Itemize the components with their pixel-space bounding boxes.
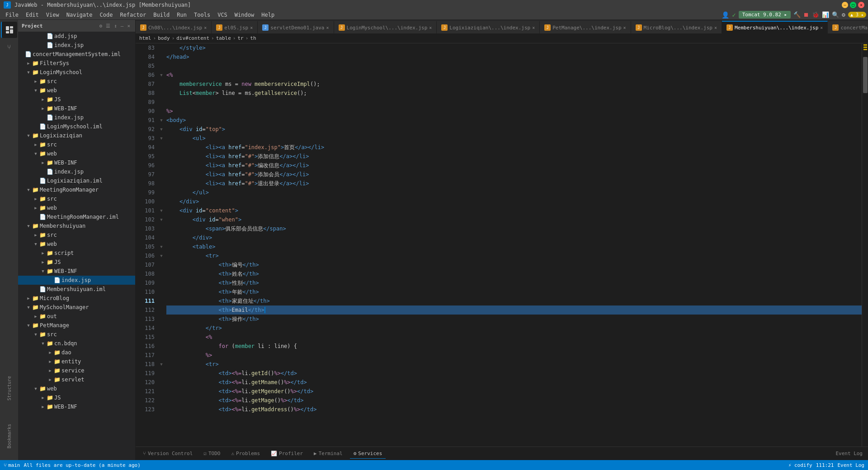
tree-lms-web[interactable]: ▼ 📁 web: [18, 86, 135, 95]
stop-icon[interactable]: ⏹: [803, 11, 809, 18]
tree-logix[interactable]: ▼ 📁 Logixiaziqian: [18, 131, 135, 140]
tab-version-control[interactable]: ⑂ Version Control: [139, 449, 196, 458]
minimize-button[interactable]: –: [842, 2, 848, 8]
tab-el05[interactable]: J el05.jsp ×: [212, 21, 258, 33]
event-log-button[interactable]: Event Log: [834, 451, 864, 456]
tree-index-jsp[interactable]: 📄 index.jsp: [18, 41, 135, 50]
bc-divcontent[interactable]: div#content: [176, 35, 209, 41]
tree-concert-iml[interactable]: 📄 concertManagementSystem.iml: [18, 50, 135, 59]
tree-logix-iml[interactable]: 📄 Logixiaziqian.iml: [18, 176, 135, 185]
tree-lms-iml[interactable]: 📄 LoginMyschool.iml: [18, 122, 135, 131]
activity-project[interactable]: [1, 22, 17, 38]
panel-list-icon[interactable]: ☰: [104, 23, 112, 29]
tree-pet-servlet[interactable]: ▶ 📁 servlet: [18, 375, 135, 384]
panel-close-icon[interactable]: ×: [126, 23, 132, 29]
tree-meeting-iml[interactable]: 📄 MeetingRoomManager.iml: [18, 212, 135, 221]
menu-code[interactable]: Code: [96, 11, 117, 19]
tree-logix-src[interactable]: ▶ 📁 src: [18, 140, 135, 149]
tree-member-web[interactable]: ▼ 📁 web: [18, 240, 135, 249]
fold-105[interactable]: ▼: [158, 242, 165, 251]
settings-icon[interactable]: ⚙: [842, 11, 845, 18]
tree-meeting[interactable]: ▼ 📁 MeetingRoomManager: [18, 185, 135, 194]
tab-concert[interactable]: J concertMana... ×: [828, 21, 868, 33]
fold-91[interactable]: ▼: [158, 116, 165, 125]
fold-93[interactable]: ▼: [158, 134, 165, 143]
event-log-status[interactable]: Event Log: [837, 462, 864, 468]
run-check-icon[interactable]: ✓: [732, 11, 736, 19]
tab-close-logix[interactable]: ×: [532, 25, 535, 30]
tree-member[interactable]: ▼ 📁 Membershuiyuan: [18, 221, 135, 230]
tree-member-iml[interactable]: 📄 Membershuiyuan.iml: [18, 285, 135, 294]
tab-loginmy[interactable]: J LoginMyschool\...\index.jsp ×: [334, 21, 437, 33]
tree-pet-js[interactable]: ▶ 📁 JS: [18, 393, 135, 402]
tree-pet-cn[interactable]: ▼ 📁 cn.bdqn: [18, 339, 135, 348]
tree-pet-src[interactable]: ▼ 📁 src: [18, 330, 135, 339]
bc-th[interactable]: th: [250, 35, 256, 41]
activity-vcs[interactable]: ⑂: [1, 39, 17, 55]
tree-microblog[interactable]: ▶ 📁 MicroBlog: [18, 294, 135, 303]
tree-add-jsp[interactable]: 📄 add.jsp: [18, 32, 135, 41]
coverage-icon[interactable]: 📊: [822, 11, 829, 18]
structure-label[interactable]: Structure: [7, 374, 12, 402]
tab-problems[interactable]: ⚠ Problems: [227, 449, 264, 458]
tree-member-js[interactable]: ▶ 📁 JS: [18, 258, 135, 267]
minimap-scrollbar[interactable]: [862, 43, 868, 446]
tree-pet-webinf[interactable]: ▶ 📁 WEB-INF: [18, 402, 135, 411]
menu-window[interactable]: Window: [231, 11, 258, 19]
debug-icon[interactable]: 🐞: [812, 11, 819, 18]
tree-logix-web[interactable]: ▼ 📁 web: [18, 149, 135, 158]
tab-todo[interactable]: ☑ TODO: [200, 449, 224, 458]
tree-pet-dao[interactable]: ▶ 📁 dao: [18, 348, 135, 357]
tree-lms-webinf[interactable]: ▶ 📁 WEB-INF: [18, 104, 135, 113]
menu-vcs[interactable]: VCS: [214, 11, 231, 19]
tab-close-loginmy[interactable]: ×: [429, 25, 432, 30]
tab-terminal[interactable]: ▶ Terminal: [310, 449, 346, 458]
git-branch[interactable]: ⑂ main: [4, 462, 20, 468]
tree-member-index[interactable]: 📄 index.jsp: [18, 276, 135, 285]
tree-pet-web[interactable]: ▼ 📁 web: [18, 384, 135, 393]
tree-lms-src[interactable]: ▶ 📁 src: [18, 77, 135, 86]
user-icon[interactable]: 👤: [722, 11, 729, 19]
tab-ch08[interactable]: J Ch08\...\index.jsp ×: [136, 21, 212, 33]
codify-button[interactable]: ⚡ codify: [788, 462, 812, 468]
code-area[interactable]: </style> </head> <% memberservice ms = n…: [165, 43, 862, 446]
tree-myschool-out[interactable]: ▶ 📁 out: [18, 312, 135, 321]
tab-close-member[interactable]: ×: [820, 25, 823, 30]
tree-pet-service[interactable]: ▶ 📁 service: [18, 366, 135, 375]
fold-101[interactable]: ▼: [158, 206, 165, 215]
bookmarks-label[interactable]: Bookmarks: [7, 422, 12, 450]
tree-loginmyschool[interactable]: ▼ 📁 LoginMyschool: [18, 68, 135, 77]
tree-myschool[interactable]: ▼ 📁 MySchoolManager: [18, 303, 135, 312]
tab-petmanage[interactable]: J PetManage\...\index.jsp ×: [540, 21, 631, 33]
menu-build[interactable]: Build: [150, 11, 173, 19]
panel-sort-icon[interactable]: ↕: [113, 23, 118, 29]
tab-servlet[interactable]: J servletDemo01.java ×: [258, 21, 334, 33]
fold-118[interactable]: ▼: [158, 360, 165, 369]
tree-lms-js[interactable]: ▶ 📁 JS: [18, 95, 135, 104]
tree-pet-entity[interactable]: ▶ 📁 entity: [18, 357, 135, 366]
menu-file[interactable]: File: [2, 11, 22, 19]
menu-tools[interactable]: Tools: [190, 11, 214, 19]
tree-member-src[interactable]: ▶ 📁 src: [18, 230, 135, 240]
fold-86[interactable]: ▼: [158, 70, 165, 80]
menu-view[interactable]: View: [42, 11, 63, 19]
bc-table[interactable]: table: [216, 35, 231, 41]
tab-close-el05[interactable]: ×: [250, 25, 253, 30]
fold-92[interactable]: ▼: [158, 125, 165, 134]
scroll-thumb[interactable]: [863, 57, 868, 93]
menu-refactor[interactable]: Refactor: [116, 11, 150, 19]
tree-filtersys[interactable]: ▶ 📁 FilterSys: [18, 59, 135, 68]
tab-close-ch08[interactable]: ×: [204, 25, 207, 30]
fold-106[interactable]: ▼: [158, 251, 165, 260]
menu-edit[interactable]: Edit: [22, 11, 42, 19]
tab-profiler[interactable]: 📈 Profiler: [267, 449, 307, 458]
menu-run[interactable]: Run: [173, 11, 190, 19]
tree-logix-index[interactable]: 📄 index.jsp: [18, 167, 135, 176]
tree-lms-index[interactable]: 📄 index.jsp: [18, 113, 135, 122]
tree-member-webinf[interactable]: ▼ 📁 WEB-INF: [18, 267, 135, 276]
tab-close-petmanage[interactable]: ×: [623, 25, 626, 30]
bc-html[interactable]: html: [139, 35, 151, 41]
tab-microblog[interactable]: J MicroBlog\...\index.jsp ×: [631, 21, 722, 33]
tree-meeting-web[interactable]: ▶ 📁 web: [18, 203, 135, 212]
tab-logix[interactable]: J Logixiaziqian\...\index.jsp ×: [437, 21, 540, 33]
